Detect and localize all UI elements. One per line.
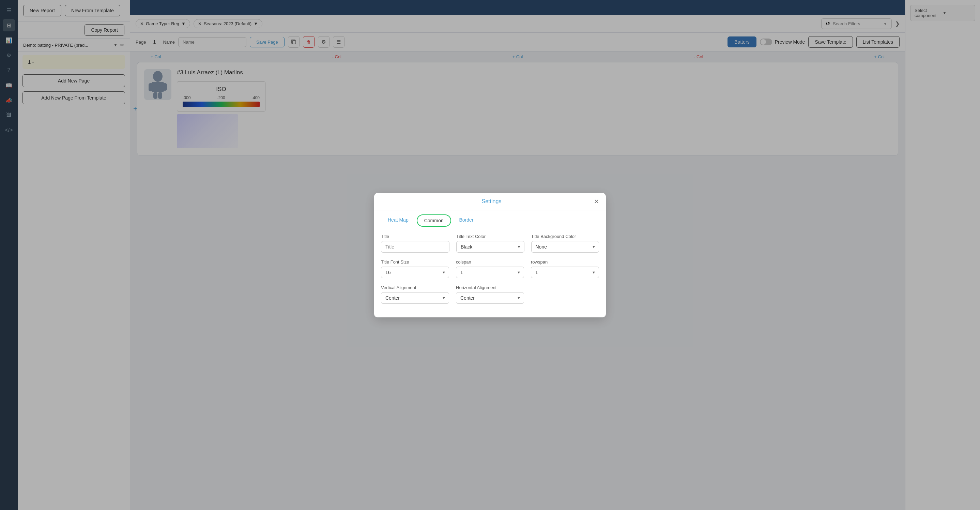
colspan-select-wrap: 1 2 3 ▼ <box>456 266 524 278</box>
title-text-color-label: Title Text Color <box>456 234 524 239</box>
title-font-size-select-wrap: 16 12 14 18 20 ▼ <box>381 266 449 278</box>
horizontal-alignment-label: Horizontal Alignment <box>456 285 524 290</box>
title-field-label: Title <box>381 234 449 239</box>
title-group: Title <box>381 234 449 253</box>
title-font-size-group: Title Font Size 16 12 14 18 20 ▼ <box>381 260 449 278</box>
vertical-alignment-label: Vertical Alignment <box>381 285 449 290</box>
form-row-3: Vertical Alignment Center Top Bottom ▼ H… <box>381 285 599 304</box>
modal-body: Title Title Text Color Black White Red ▼ <box>374 227 606 317</box>
tab-heat-map[interactable]: Heat Map <box>381 214 415 227</box>
colspan-select[interactable]: 1 2 3 <box>456 266 524 278</box>
modal-header: Settings ✕ <box>374 193 606 210</box>
horizontal-alignment-select[interactable]: Center Left Right <box>456 292 524 304</box>
rowspan-group: rowspan 1 2 3 ▼ <box>531 260 599 278</box>
rowspan-select-wrap: 1 2 3 ▼ <box>531 266 599 278</box>
colspan-label: colspan <box>456 260 524 265</box>
rowspan-select[interactable]: 1 2 3 <box>531 266 599 278</box>
title-bg-color-label: Title Background Color <box>531 234 600 239</box>
title-text-color-group: Title Text Color Black White Red ▼ <box>456 234 524 253</box>
modal-tabs: Heat Map Common Border <box>374 210 606 227</box>
form-row-2: Title Font Size 16 12 14 18 20 ▼ colspan <box>381 260 599 278</box>
tab-common[interactable]: Common <box>417 214 451 227</box>
rowspan-label: rowspan <box>531 260 599 265</box>
title-bg-color-select-wrap: None White Black ▼ <box>531 241 600 253</box>
vertical-alignment-select[interactable]: Center Top Bottom <box>381 292 449 304</box>
title-bg-color-select[interactable]: None White Black <box>531 241 600 253</box>
horizontal-alignment-select-wrap: Center Left Right ▼ <box>456 292 524 304</box>
vertical-alignment-group: Vertical Alignment Center Top Bottom ▼ <box>381 285 449 304</box>
title-text-color-select-wrap: Black White Red ▼ <box>456 241 524 253</box>
vertical-alignment-select-wrap: Center Top Bottom ▼ <box>381 292 449 304</box>
settings-modal: Settings ✕ Heat Map Common Border Title … <box>374 193 606 317</box>
horizontal-alignment-group: Horizontal Alignment Center Left Right ▼ <box>456 285 524 304</box>
title-bg-color-group: Title Background Color None White Black … <box>531 234 600 253</box>
title-font-size-label: Title Font Size <box>381 260 449 265</box>
modal-close-button[interactable]: ✕ <box>594 198 599 205</box>
title-input[interactable] <box>381 241 449 253</box>
title-font-size-select[interactable]: 16 12 14 18 20 <box>381 266 449 278</box>
modal-overlay[interactable]: Settings ✕ Heat Map Common Border Title … <box>0 0 980 510</box>
tab-border[interactable]: Border <box>452 214 480 227</box>
form-row-1: Title Title Text Color Black White Red ▼ <box>381 234 599 253</box>
title-text-color-select[interactable]: Black White Red <box>456 241 524 253</box>
colspan-group: colspan 1 2 3 ▼ <box>456 260 524 278</box>
placeholder-group <box>531 285 599 304</box>
modal-title: Settings <box>389 198 594 204</box>
